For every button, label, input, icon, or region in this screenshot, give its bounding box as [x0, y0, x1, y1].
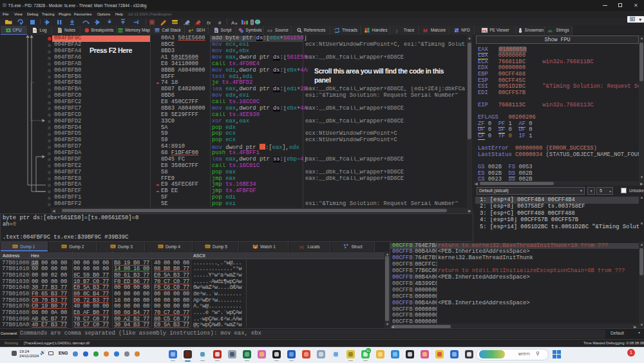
- svg-text:#: #: [218, 20, 222, 26]
- svg-text:ab: ab: [548, 28, 553, 32]
- svg-text:x: x: [191, 28, 193, 32]
- svg-text:a: a: [235, 21, 238, 25]
- svg-text:fx: fx: [207, 20, 211, 26]
- svg-text:PE: PE: [482, 28, 488, 32]
- svg-text:s: s: [215, 29, 217, 33]
- svg-text:¦·: ¦·: [396, 28, 399, 32]
- svg-text:M: M: [423, 28, 428, 33]
- svg-text:<>: <>: [267, 28, 272, 33]
- svg-text:e: e: [189, 28, 191, 33]
- svg-text:[x]: [x]: [299, 245, 304, 249]
